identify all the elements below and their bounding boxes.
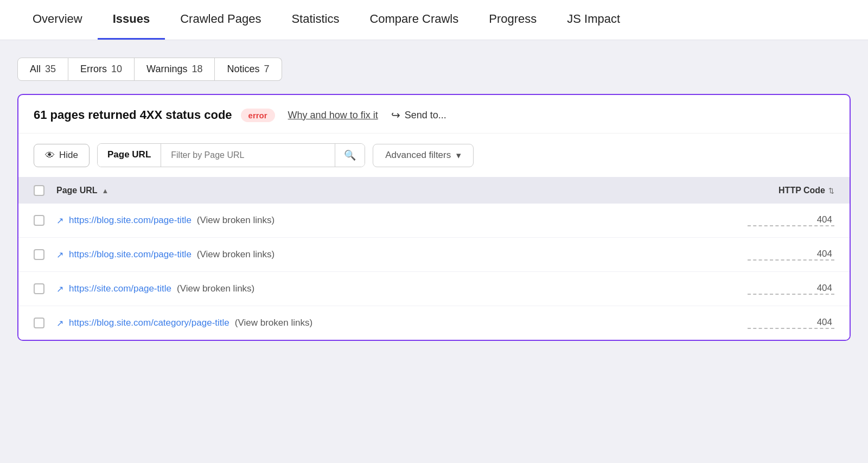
- external-link-icon: ↗: [56, 284, 63, 294]
- row-url[interactable]: https://blog.site.com/page-title: [69, 215, 192, 226]
- chevron-down-icon: ▾: [456, 150, 461, 161]
- tab-overview[interactable]: Overview: [17, 0, 98, 40]
- http-code: 404: [748, 317, 834, 329]
- url-filter-label: Page URL: [98, 144, 161, 167]
- issue-header: 61 pages returned 4XX status code error …: [18, 95, 850, 134]
- select-all-checkbox[interactable]: [34, 185, 44, 196]
- row-http-col: 404: [748, 283, 834, 295]
- tab-js-impact[interactable]: JS Impact: [552, 0, 635, 40]
- url-col-label: Page URL: [56, 186, 98, 195]
- view-broken-links[interactable]: (View broken links): [177, 283, 254, 294]
- sort-http-icon[interactable]: ⇅: [828, 187, 834, 195]
- filter-notices-count: 7: [264, 64, 270, 75]
- tab-compare-crawls[interactable]: Compare Crawls: [354, 0, 474, 40]
- view-broken-links[interactable]: (View broken links): [197, 215, 275, 226]
- row-url[interactable]: https://blog.site.com/category/page-titl…: [69, 318, 229, 328]
- row-checkbox-col: [34, 249, 56, 260]
- filter-all-label: All: [30, 64, 41, 75]
- advanced-filters-label: Advanced filters: [385, 150, 451, 161]
- filter-tabs: All 35 Errors 10 Warnings 18 Notices 7: [17, 58, 851, 81]
- external-link-icon: ↗: [56, 318, 63, 328]
- main-content: All 35 Errors 10 Warnings 18 Notices 7 6…: [0, 40, 868, 341]
- filter-tab-notices[interactable]: Notices 7: [215, 58, 282, 81]
- filter-errors-label: Errors: [80, 64, 107, 75]
- issue-title: 61 pages returned 4XX status code: [34, 108, 232, 122]
- filter-warnings-count: 18: [192, 64, 202, 75]
- view-broken-links[interactable]: (View broken links): [197, 249, 275, 260]
- row-checkbox-1[interactable]: [34, 249, 44, 260]
- row-url-container: ↗ https://site.com/page-title (View brok…: [56, 283, 748, 294]
- sort-url-icon[interactable]: ▲: [102, 187, 109, 195]
- url-search-button[interactable]: 🔍: [335, 144, 365, 167]
- why-link[interactable]: Why and how to fix it: [288, 110, 378, 121]
- http-code: 404: [748, 249, 834, 261]
- url-filter-group: Page URL 🔍: [97, 143, 365, 167]
- row-checkbox-2[interactable]: [34, 283, 44, 294]
- send-to-label: Send to...: [405, 110, 446, 121]
- toolbar: 👁 Hide Page URL 🔍 Advanced filters ▾: [18, 134, 850, 177]
- tab-issues[interactable]: Issues: [98, 0, 165, 40]
- filter-tab-warnings[interactable]: Warnings 18: [135, 58, 215, 81]
- row-checkbox-col: [34, 283, 56, 294]
- filter-notices-label: Notices: [227, 64, 259, 75]
- external-link-icon: ↗: [56, 215, 63, 226]
- http-code: 404: [748, 283, 834, 295]
- row-url-container: ↗ https://blog.site.com/page-title (View…: [56, 249, 748, 260]
- row-http-col: 404: [748, 317, 834, 329]
- row-checkbox-col: [34, 318, 56, 328]
- filter-tab-all[interactable]: All 35: [17, 58, 68, 81]
- col-url-header: Page URL ▲: [56, 186, 748, 195]
- row-checkbox-col: [34, 215, 56, 226]
- http-code: 404: [748, 214, 834, 226]
- error-badge: error: [241, 109, 275, 122]
- row-url-container: ↗ https://blog.site.com/page-title (View…: [56, 215, 748, 226]
- table-row: ↗ https://site.com/page-title (View brok…: [18, 272, 850, 306]
- table-row: ↗ https://blog.site.com/category/page-ti…: [18, 306, 850, 340]
- filter-errors-count: 10: [111, 64, 122, 75]
- hide-label: Hide: [59, 150, 78, 161]
- filter-tab-errors[interactable]: Errors 10: [68, 58, 135, 81]
- header-checkbox-col: [34, 185, 56, 196]
- table-rows: ↗ https://blog.site.com/page-title (View…: [18, 204, 850, 340]
- row-url[interactable]: https://site.com/page-title: [69, 283, 171, 294]
- url-filter-input[interactable]: [161, 144, 335, 167]
- advanced-filters-button[interactable]: Advanced filters ▾: [373, 144, 474, 167]
- filter-all-count: 35: [45, 64, 56, 75]
- view-broken-links[interactable]: (View broken links): [235, 318, 312, 328]
- col-http-header: HTTP Code ⇅: [748, 186, 834, 195]
- send-to-button[interactable]: ↪ Send to...: [391, 109, 446, 122]
- table-row: ↗ https://blog.site.com/page-title (View…: [18, 204, 850, 238]
- data-table: Page URL ▲ HTTP Code ⇅ ↗ https://blog.si…: [18, 177, 850, 340]
- search-icon: 🔍: [344, 150, 356, 161]
- row-url[interactable]: https://blog.site.com/page-title: [69, 249, 192, 260]
- table-row: ↗ https://blog.site.com/page-title (View…: [18, 238, 850, 272]
- row-http-col: 404: [748, 214, 834, 226]
- tab-crawled-pages[interactable]: Crawled Pages: [165, 0, 276, 40]
- tab-progress[interactable]: Progress: [474, 0, 552, 40]
- http-col-label: HTTP Code: [778, 186, 825, 195]
- hide-button[interactable]: 👁 Hide: [34, 144, 90, 167]
- filter-warnings-label: Warnings: [146, 64, 187, 75]
- table-header: Page URL ▲ HTTP Code ⇅: [18, 177, 850, 204]
- row-checkbox-3[interactable]: [34, 318, 44, 328]
- row-http-col: 404: [748, 249, 834, 261]
- nav-bar: Overview Issues Crawled Pages Statistics…: [0, 0, 868, 40]
- row-checkbox-0[interactable]: [34, 215, 44, 226]
- eye-icon: 👁: [45, 150, 55, 161]
- send-arrow-icon: ↪: [391, 109, 400, 122]
- row-url-container: ↗ https://blog.site.com/category/page-ti…: [56, 318, 748, 328]
- tab-statistics[interactable]: Statistics: [276, 0, 354, 40]
- issue-panel: 61 pages returned 4XX status code error …: [17, 94, 851, 341]
- external-link-icon: ↗: [56, 250, 63, 260]
